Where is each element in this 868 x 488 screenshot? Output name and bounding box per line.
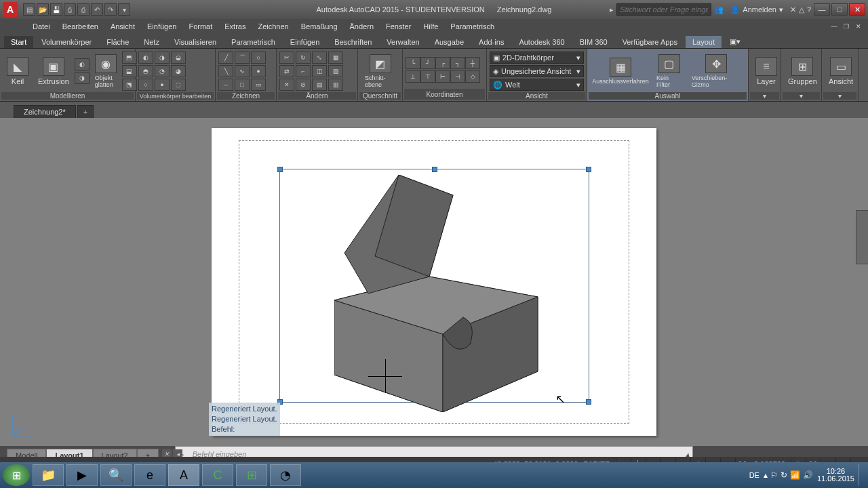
coord-icon[interactable]: ┼ <box>465 57 480 69</box>
ve-icon[interactable]: ● <box>155 79 170 91</box>
draw-icon[interactable]: ∿ <box>235 65 250 77</box>
close-button[interactable]: ✕ <box>849 3 865 16</box>
panel-label[interactable]: Modellieren <box>1 92 134 100</box>
coord-icon[interactable]: ┘ <box>420 57 435 69</box>
keil-button[interactable]: ◣Keil <box>3 52 33 91</box>
app-icon[interactable]: A <box>3 2 18 17</box>
rtab-apps[interactable]: Verfügbare Apps <box>616 36 684 48</box>
maximize-button[interactable]: □ <box>831 3 848 16</box>
draw-icon[interactable]: ╱ <box>218 52 233 64</box>
keinfilter-button[interactable]: ▢Kein Filter <box>652 52 686 91</box>
coord-icon[interactable]: └ <box>406 57 420 69</box>
menu-fenster[interactable]: Fenster <box>380 21 416 32</box>
search-icon[interactable]: 👥 <box>714 5 724 14</box>
tool-c-icon[interactable]: ⬔ <box>122 79 137 91</box>
mod-icon[interactable]: ⤡ <box>312 52 327 64</box>
menu-zeichnen[interactable]: Zeichnen <box>252 21 294 32</box>
coord-icon[interactable]: ◇ <box>465 70 480 83</box>
gizmo-button[interactable]: ✥Verschieben-Gizmo <box>688 52 745 91</box>
rtab-einfuegen[interactable]: Einfügen <box>283 36 326 48</box>
paper-space[interactable]: ↖ Regeneriert Layout. Regeneriert Layout… <box>212 128 656 436</box>
coord-icon[interactable]: ┐ <box>450 57 465 69</box>
search-input[interactable] <box>616 3 711 16</box>
ribbon-collapse-icon[interactable]: ▣▾ <box>723 35 747 48</box>
ucs-combo[interactable]: 🌐Welt▾ <box>490 79 584 91</box>
panel-label[interactable]: ▾ <box>783 92 820 100</box>
panel-label[interactable]: Zeichnen <box>217 92 275 100</box>
tray-vol-icon[interactable]: 🔊 <box>803 470 813 480</box>
clock[interactable]: 10:26 11.06.2015 <box>817 468 854 483</box>
rtab-start[interactable]: Start <box>4 36 33 48</box>
mod-icon[interactable]: ⇄ <box>279 65 294 77</box>
coord-icon[interactable]: ⊥ <box>406 70 420 83</box>
rtab-volumenkoerper[interactable]: Volumenkörper <box>35 36 98 48</box>
task-explorer-icon[interactable]: 📁 <box>33 464 64 486</box>
extrusion-button[interactable]: ▣Extrusion <box>34 52 73 91</box>
tray-net-icon[interactable]: 📶 <box>790 470 800 480</box>
qat-undo-icon[interactable]: ↶ <box>91 3 103 16</box>
menu-bearbeiten[interactable]: Bearbeiten <box>57 21 104 32</box>
view-combo[interactable]: ◈Ungesicherte Ansicht▾ <box>490 65 584 77</box>
menu-bemassung[interactable]: Bemaßung <box>296 21 343 32</box>
menu-format[interactable]: Format <box>183 21 218 32</box>
coord-icon[interactable]: ┌ <box>435 57 450 69</box>
tray-sync-icon[interactable]: ↻ <box>781 470 787 480</box>
draw-icon[interactable]: ● <box>251 65 266 77</box>
signin-button[interactable]: 👤 Anmelden ▾ <box>726 5 787 14</box>
drawing-canvas[interactable]: ↖ Regeneriert Layout. Regeneriert Layout… <box>0 118 868 446</box>
qat-new-icon[interactable]: ▤ <box>23 3 35 16</box>
schnittebene-button[interactable]: ◩Schnitt-ebene <box>361 52 399 91</box>
panel-label[interactable]: Ändern <box>278 92 356 100</box>
panel-label[interactable]: Volumenkörper bearbeiten <box>137 92 214 100</box>
coord-icon[interactable]: ⊢ <box>435 70 450 83</box>
draw-icon[interactable]: □ <box>235 79 250 91</box>
task-app3-icon[interactable]: ◔ <box>270 464 301 486</box>
task-app2-icon[interactable]: ⊞ <box>236 464 267 486</box>
qat-redo-icon[interactable]: ↷ <box>104 3 117 16</box>
menu-parametrisch[interactable]: Parametrisch <box>445 21 500 32</box>
mod-icon[interactable]: ✕ <box>279 79 294 91</box>
panel-label[interactable]: Ansicht <box>488 92 585 100</box>
visual-style-combo[interactable]: ▣2D-Drahtkörper▾ <box>490 52 584 64</box>
rtab-visualisieren[interactable]: Visualisieren <box>167 36 223 48</box>
lang-indicator[interactable]: DE <box>749 471 760 479</box>
ve-icon[interactable]: ○ <box>138 79 153 91</box>
panel-label[interactable]: Auswahl <box>589 92 747 100</box>
doc-close-icon[interactable]: ✕ <box>853 22 864 31</box>
coord-icon[interactable]: ⊣ <box>450 70 465 83</box>
draw-icon[interactable]: ○ <box>251 52 266 64</box>
smooth-tool2-icon[interactable]: ◑ <box>75 72 90 84</box>
rtab-a360[interactable]: Autodesk 360 <box>512 36 571 48</box>
new-tab-button[interactable]: + <box>77 105 94 118</box>
rtab-verwalten[interactable]: Verwalten <box>380 36 426 48</box>
task-magnify-icon[interactable]: 🔍 <box>100 464 132 486</box>
rtab-addins[interactable]: Add-ins <box>472 36 511 48</box>
panel-label[interactable]: Koordinaten <box>404 89 485 100</box>
rtab-bim360[interactable]: BIM 360 <box>573 36 614 48</box>
ve-icon[interactable]: ◐ <box>138 52 153 64</box>
viewport-handle[interactable] <box>277 167 283 172</box>
qat-open-icon[interactable]: 📂 <box>37 3 49 16</box>
start-button[interactable]: ⊞ <box>3 464 30 486</box>
rtab-beschriften[interactable]: Beschriften <box>328 36 378 48</box>
ve-icon[interactable]: ◌ <box>171 79 186 91</box>
menu-ansicht[interactable]: Ansicht <box>105 21 140 32</box>
qat-more-icon[interactable]: ▾ <box>118 3 130 16</box>
menu-extras[interactable]: Extras <box>219 21 251 32</box>
tray-flag-icon[interactable]: ⚐ <box>770 470 778 480</box>
viewport-handle[interactable] <box>586 167 591 172</box>
qat-plot-icon[interactable]: ⎙ <box>77 3 90 16</box>
mod-icon[interactable]: ▦ <box>328 52 343 64</box>
task-autocad-icon[interactable]: A <box>168 464 199 486</box>
glaetten-button[interactable]: ◉Objekt glätten <box>91 52 121 91</box>
draw-icon[interactable]: ▭ <box>251 79 266 91</box>
ausschluss-button[interactable]: ▦Ausschlussverfahren <box>590 52 651 91</box>
panel-label[interactable]: Querschnitt <box>359 92 401 100</box>
layer-button[interactable]: ≡Layer <box>751 52 781 91</box>
coord-icon[interactable]: ⊤ <box>420 70 435 83</box>
mod-icon[interactable]: ▧ <box>328 65 343 77</box>
menu-aendern[interactable]: Ändern <box>344 21 379 32</box>
ve-icon[interactable]: ◔ <box>155 65 170 77</box>
mod-icon[interactable]: ▥ <box>328 79 343 91</box>
ve-icon[interactable]: ◒ <box>171 52 186 64</box>
